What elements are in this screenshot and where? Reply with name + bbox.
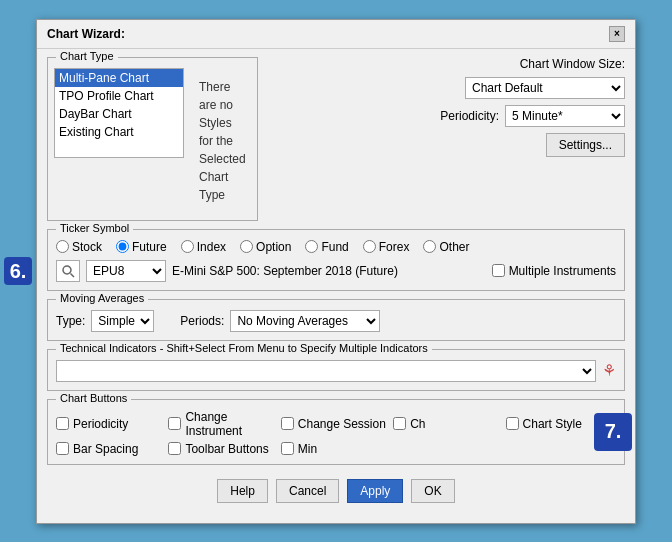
chart-type-label: Chart Type	[56, 50, 118, 62]
ma-type-label: Type:	[56, 314, 85, 328]
technical-indicators-select[interactable]	[56, 360, 596, 382]
dialog-title: Chart Wizard:	[47, 27, 125, 41]
chart-type-item-tpo[interactable]: TPO Profile Chart	[55, 87, 183, 105]
radio-forex[interactable]: Forex	[363, 240, 410, 254]
cb-bar-spacing[interactable]: Bar Spacing	[56, 442, 166, 456]
right-panel: Chart Window Size: Chart Default Periodi…	[268, 57, 625, 221]
close-button[interactable]: ×	[609, 26, 625, 42]
periodicity-select[interactable]: 5 Minute*	[505, 105, 625, 127]
ma-type-select[interactable]: Simple	[91, 310, 154, 332]
moving-averages-label: Moving Averages	[56, 292, 148, 304]
ticker-symbol-label: Ticker Symbol	[56, 222, 133, 234]
step7-badge: 7.	[594, 413, 632, 451]
cancel-button[interactable]: Cancel	[276, 479, 339, 503]
chart-type-group: Chart Type Multi-Pane Chart TPO Profile …	[47, 57, 258, 221]
ma-periods-label: Periods:	[180, 314, 224, 328]
ticker-input-row: EPU8 E-Mini S&P 500: September 2018 (Fut…	[56, 260, 616, 282]
settings-button[interactable]: Settings...	[546, 133, 625, 157]
technical-indicators-group: Technical Indicators - Shift+Select From…	[47, 349, 625, 391]
radio-index[interactable]: Index	[181, 240, 226, 254]
ma-periods-select[interactable]: No Moving Averages	[230, 310, 380, 332]
radio-stock[interactable]: Stock	[56, 240, 102, 254]
step6-badge: 6.	[4, 257, 32, 285]
cb-periodicity[interactable]: Periodicity	[56, 410, 166, 438]
chart-buttons-label: Chart Buttons	[56, 392, 131, 404]
svg-line-1	[71, 273, 75, 277]
radio-future[interactable]: Future	[116, 240, 167, 254]
ticker-radio-row: Stock Future Index Option Fund	[56, 240, 616, 254]
cb-change-period[interactable]: Ch	[393, 410, 503, 438]
window-size-label: Chart Window Size:	[520, 57, 625, 71]
multiple-instruments-checkbox[interactable]: Multiple Instruments	[492, 264, 616, 278]
radio-option[interactable]: Option	[240, 240, 291, 254]
chart-buttons-group: Chart Buttons Periodicity Change Instrum…	[47, 399, 625, 465]
periodicity-label: Periodicity:	[440, 109, 499, 123]
svg-point-0	[63, 266, 71, 274]
radio-fund[interactable]: Fund	[305, 240, 348, 254]
moving-averages-row: Type: Simple Periods: No Moving Averages	[56, 310, 616, 332]
ticker-symbol-group: Ticker Symbol Stock Future Index Option	[47, 229, 625, 291]
cb-change-session[interactable]: Change Session	[281, 410, 391, 438]
title-bar: Chart Wizard: ×	[37, 20, 635, 49]
chart-type-item-daybar[interactable]: DayBar Chart	[55, 105, 183, 123]
no-styles-text: There are no Styles for the Selected Cha…	[194, 68, 251, 214]
multiple-instruments-label: Multiple Instruments	[509, 264, 616, 278]
moving-averages-group: Moving Averages Type: Simple Periods: No…	[47, 299, 625, 341]
apply-button[interactable]: Apply	[347, 479, 403, 503]
radio-other[interactable]: Other	[423, 240, 469, 254]
window-size-section: Chart Window Size: Chart Default Periodi…	[268, 57, 625, 157]
cb-minimize-restore[interactable]: Min	[281, 442, 391, 456]
chart-type-item-multipane[interactable]: Multi-Pane Chart	[55, 69, 183, 87]
cb-change-instrument[interactable]: Change Instrument	[168, 410, 278, 438]
ok-button[interactable]: OK	[411, 479, 454, 503]
ticker-description: E-Mini S&P 500: September 2018 (Future)	[172, 264, 486, 278]
chart-type-item-existing[interactable]: Existing Chart	[55, 123, 183, 141]
chart-buttons-grid: Periodicity Change Instrument Change Ses…	[56, 410, 616, 456]
ticker-search-icon[interactable]	[56, 260, 80, 282]
bottom-bar: Help Cancel Apply OK	[47, 473, 625, 513]
ti-wave-icon: ⚘	[602, 361, 616, 380]
ticker-value-select[interactable]: EPU8	[86, 260, 166, 282]
help-button[interactable]: Help	[217, 479, 268, 503]
chart-wizard-dialog: Chart Wizard: × Chart Type Multi-Pane Ch…	[36, 19, 636, 524]
cb-toolbar-buttons[interactable]: Toolbar Buttons	[168, 442, 278, 456]
technical-indicators-label: Technical Indicators - Shift+Select From…	[56, 342, 432, 354]
window-size-select[interactable]: Chart Default	[465, 77, 625, 99]
technical-indicators-row: ⚘	[56, 360, 616, 382]
periodicity-row: Periodicity: 5 Minute*	[440, 105, 625, 127]
chart-type-list[interactable]: Multi-Pane Chart TPO Profile Chart DayBa…	[54, 68, 184, 158]
